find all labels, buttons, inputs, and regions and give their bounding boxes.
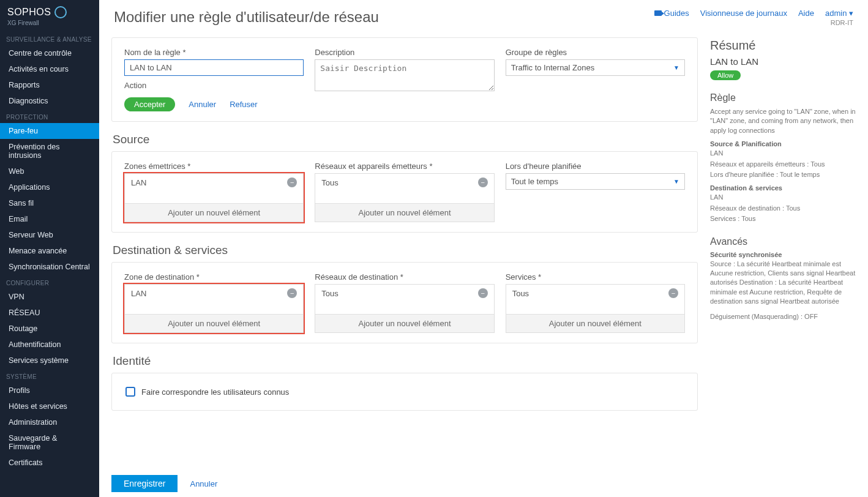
nav-item[interactable]: Authentification bbox=[0, 337, 99, 353]
dest-zone-label: Zone de destination * bbox=[124, 272, 304, 282]
rule-name-input[interactable] bbox=[124, 59, 304, 76]
identity-heading: Identité bbox=[113, 354, 698, 368]
accept-button[interactable]: Accepter bbox=[124, 97, 175, 111]
chevron-down-icon: ▼ bbox=[673, 178, 679, 185]
summary-line: Réseaux de destination : Tous bbox=[710, 204, 857, 213]
source-heading: Source bbox=[113, 133, 698, 146]
summary-line: LAN bbox=[710, 193, 857, 202]
nav-item[interactable]: Profils bbox=[0, 383, 99, 398]
summary-dst-header: Destination & services bbox=[710, 184, 857, 192]
nav-item[interactable]: Diagnostics bbox=[0, 93, 99, 109]
brand-product: XG Firewall bbox=[7, 20, 92, 26]
nav-item[interactable]: RÉSEAU bbox=[0, 305, 99, 321]
brand-name: SOPHOS bbox=[7, 7, 51, 18]
action-label: Action bbox=[124, 81, 304, 90]
remove-icon[interactable]: − bbox=[478, 288, 488, 298]
remove-icon[interactable]: − bbox=[287, 177, 297, 187]
add-dest-zone-button[interactable]: Ajouter un nouvel élément bbox=[125, 314, 303, 332]
dest-network-chip: Tous − bbox=[315, 285, 493, 302]
match-known-users-label: Faire correspondre les utilisateurs conn… bbox=[141, 387, 289, 397]
dest-networks-label: Réseaux de destination * bbox=[315, 272, 494, 282]
nav-item[interactable]: Pare-feu bbox=[0, 123, 99, 139]
summary-line: Réseaux et appareils émetteurs : Tous bbox=[710, 160, 857, 169]
sidebar: SOPHOS XG Firewall SURVEILLANCE & ANALYS… bbox=[0, 0, 99, 497]
nav-item[interactable]: Centre de contrôle bbox=[0, 45, 99, 61]
summary-adv-header: Avancés bbox=[710, 236, 857, 247]
summary-adv-text: Source : La sécurité Heartbeat minimale … bbox=[710, 260, 857, 307]
chevron-down-icon: ▼ bbox=[673, 64, 679, 71]
save-button[interactable]: Enregistrer bbox=[111, 475, 178, 492]
add-src-zone-button[interactable]: Ajouter un nouvel élément bbox=[125, 203, 303, 222]
dest-heading: Destination & services bbox=[113, 244, 698, 257]
nav-item[interactable]: Prévention des intrusions bbox=[0, 139, 99, 163]
nav-item[interactable]: Sans fil bbox=[0, 195, 99, 211]
summary-masq: Déguisement (Masquerading) : OFF bbox=[710, 312, 857, 321]
nav-item[interactable]: Routage bbox=[0, 321, 99, 337]
nav-section-header: SYSTÈME bbox=[0, 368, 99, 383]
match-known-users-checkbox[interactable] bbox=[125, 387, 135, 397]
rule-group-select[interactable]: Traffic to Internal Zones▼ bbox=[506, 59, 685, 76]
add-dest-network-button[interactable]: Ajouter un nouvel élément bbox=[315, 314, 493, 332]
services-label: Services * bbox=[506, 272, 685, 282]
schedule-select[interactable]: Tout le temps▼ bbox=[506, 173, 685, 190]
src-zone-chip: LAN − bbox=[125, 174, 303, 191]
allow-badge: Allow bbox=[710, 70, 741, 80]
services-box: Tous − Ajouter un nouvel élément bbox=[506, 284, 685, 333]
brand-icon bbox=[54, 6, 67, 18]
nav-item[interactable]: Email bbox=[0, 211, 99, 227]
nav-item[interactable]: Serveur Web bbox=[0, 227, 99, 243]
summary-line: LAN bbox=[710, 149, 857, 158]
log-viewer-link[interactable]: Visionneuse de journaux bbox=[700, 9, 787, 18]
cancel-action[interactable]: Annuler bbox=[189, 100, 216, 109]
nav-item[interactable]: Activités en cours bbox=[0, 61, 99, 77]
nav-item[interactable]: Certificats bbox=[0, 455, 99, 471]
nav-item[interactable]: VPN bbox=[0, 289, 99, 305]
summary-panel: Résumé LAN to LAN Allow Règle Accept any… bbox=[710, 32, 868, 497]
footer-cancel-link[interactable]: Annuler bbox=[190, 479, 217, 488]
dest-zone-box: LAN − Ajouter un nouvel élément bbox=[124, 284, 304, 333]
remove-icon[interactable]: − bbox=[478, 177, 488, 187]
add-service-button[interactable]: Ajouter un nouvel élément bbox=[506, 314, 684, 332]
description-input[interactable] bbox=[315, 59, 494, 91]
page-title: Modifier une règle d'utilisateur/de rése… bbox=[114, 9, 654, 26]
dest-zone-chip: LAN − bbox=[125, 285, 303, 302]
dest-networks-box: Tous − Ajouter un nouvel élément bbox=[315, 284, 494, 333]
service-chip: Tous − bbox=[506, 285, 684, 302]
remove-icon[interactable]: − bbox=[668, 288, 678, 298]
summary-line: Lors d'heure planifiée : Tout le temps bbox=[710, 170, 857, 179]
rule-name-label: Nom de la règle * bbox=[124, 48, 304, 57]
summary-rule-text: Accept any service going to "LAN" zone, … bbox=[710, 107, 857, 135]
guides-link[interactable]: Guides bbox=[654, 9, 689, 18]
footer-bar: Enregistrer Annuler bbox=[99, 470, 868, 497]
help-link[interactable]: Aide bbox=[798, 9, 814, 18]
summary-adv-sub: Sécurité synchronisée bbox=[710, 251, 857, 258]
nav-item[interactable]: Synchronisation Central bbox=[0, 259, 99, 275]
src-networks-label: Réseaux et appareils émetteurs * bbox=[315, 162, 494, 171]
summary-src-header: Source & Planification bbox=[710, 140, 857, 148]
summary-line: Services : Tous bbox=[710, 214, 857, 223]
logo: SOPHOS XG Firewall bbox=[0, 0, 99, 31]
nav-item[interactable]: Administration bbox=[0, 414, 99, 430]
nav-section-header: PROTECTION bbox=[0, 109, 99, 123]
nav-item[interactable]: Hôtes et services bbox=[0, 398, 99, 414]
nav-item[interactable]: Menace avancée bbox=[0, 243, 99, 259]
refuse-action[interactable]: Refuser bbox=[230, 100, 258, 109]
top-bar: Modifier une règle d'utilisateur/de rése… bbox=[99, 0, 868, 32]
nav-item[interactable]: Sauvegarde & Firmware bbox=[0, 430, 99, 455]
nav-item[interactable]: Web bbox=[0, 163, 99, 179]
src-zones-box: LAN − Ajouter un nouvel élément bbox=[124, 173, 304, 222]
admin-menu[interactable]: admin ▾ bbox=[825, 9, 853, 18]
video-icon bbox=[654, 10, 662, 16]
nav-item[interactable]: Applications bbox=[0, 179, 99, 195]
nav-item[interactable]: Rapports bbox=[0, 77, 99, 93]
rule-group-label: Groupe de règles bbox=[506, 48, 685, 57]
schedule-label: Lors d'heure planifiée bbox=[506, 162, 685, 171]
nav-section-header: SURVEILLANCE & ANALYSE bbox=[0, 31, 99, 45]
src-zones-label: Zones émettrices * bbox=[124, 162, 304, 171]
remove-icon[interactable]: − bbox=[287, 288, 297, 298]
nav-section-header: CONFIGURER bbox=[0, 275, 99, 289]
src-networks-box: Tous − Ajouter un nouvel élément bbox=[315, 173, 494, 222]
summary-rule-header: Règle bbox=[710, 92, 857, 103]
add-src-network-button[interactable]: Ajouter un nouvel élément bbox=[315, 203, 493, 222]
nav-item[interactable]: Services système bbox=[0, 353, 99, 368]
